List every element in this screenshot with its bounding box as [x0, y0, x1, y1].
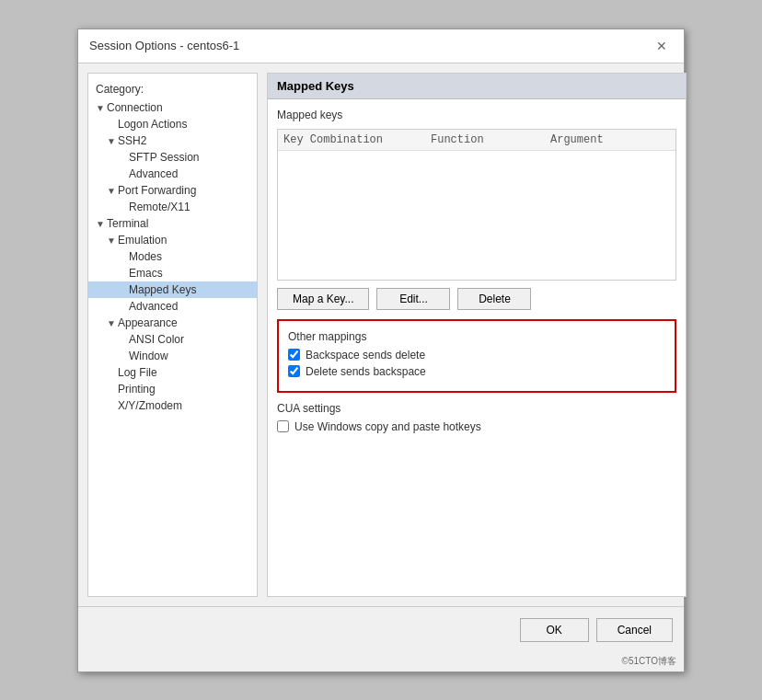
- tree-expander-placeholder: [107, 120, 118, 130]
- mapped-keys-section: Mapped keys Key Combination Function Arg…: [268, 99, 686, 319]
- tree-expander-emulation: ▼: [107, 235, 118, 246]
- tree-item-label-mapped-keys: Mapped Keys: [129, 283, 196, 296]
- col-function: Function: [431, 133, 550, 146]
- tree-item-label-modes: Modes: [129, 250, 162, 263]
- tree-item-printing[interactable]: Printing: [88, 381, 257, 397]
- content-panel: Mapped Keys Mapped keys Key Combination …: [267, 73, 687, 597]
- delete-sends-backspace-row: Delete sends backspace: [288, 365, 665, 378]
- tree-item-mapped-keys[interactable]: Mapped Keys: [88, 281, 257, 298]
- tree-expander-placeholder: [107, 401, 118, 411]
- tree-item-label-xy-zmodem: X/Y/Zmodem: [118, 399, 182, 412]
- tree-container: ▼ Connection Logon Actions▼ SSH2 SFTP Se…: [88, 99, 257, 414]
- col-argument: Argument: [550, 133, 670, 146]
- tree-item-label-logon-actions: Logon Actions: [118, 118, 187, 131]
- tree-item-window[interactable]: Window: [88, 348, 257, 364]
- tree-item-label-advanced-terminal: Advanced: [129, 300, 178, 313]
- section-header: Mapped Keys: [268, 74, 686, 99]
- tree-item-port-forwarding[interactable]: ▼ Port Forwarding: [88, 182, 257, 199]
- keys-table: Key Combination Function Argument: [277, 129, 676, 281]
- keys-table-header: Key Combination Function Argument: [278, 130, 675, 151]
- backspace-sends-delete-label: Backspace sends delete: [306, 349, 425, 361]
- backspace-sends-delete-row: Backspace sends delete: [288, 349, 665, 361]
- cancel-button[interactable]: Cancel: [596, 618, 673, 642]
- tree-expander-connection: ▼: [96, 103, 107, 113]
- delete-sends-backspace-checkbox[interactable]: [288, 365, 300, 377]
- category-label: Category:: [88, 79, 257, 99]
- footer: OK Cancel: [78, 606, 684, 653]
- buttons-row: Map a Key... Edit... Delete: [277, 288, 676, 310]
- col-key-combination: Key Combination: [283, 133, 431, 146]
- tree-expander-appearance: ▼: [107, 318, 118, 328]
- ok-button[interactable]: OK: [520, 618, 589, 642]
- tree-item-terminal[interactable]: ▼ Terminal: [88, 215, 257, 232]
- backspace-sends-delete-checkbox[interactable]: [288, 349, 300, 361]
- use-windows-hotkeys-row: Use Windows copy and paste hotkeys: [277, 420, 676, 433]
- tree-item-modes[interactable]: Modes: [88, 248, 257, 265]
- tree-item-label-connection: Connection: [107, 101, 163, 114]
- close-button[interactable]: ✕: [651, 37, 673, 55]
- tree-item-label-appearance: Appearance: [118, 316, 178, 329]
- tree-item-label-printing: Printing: [118, 383, 156, 396]
- delete-button[interactable]: Delete: [457, 288, 531, 310]
- window-title: Session Options - centos6-1: [89, 39, 239, 52]
- tree-item-ssh2[interactable]: ▼ SSH2: [88, 132, 257, 149]
- other-mappings-label: Other mappings: [288, 330, 665, 343]
- tree-item-logon-actions[interactable]: Logon Actions: [88, 116, 257, 132]
- tree-expander-placeholder: [107, 384, 118, 395]
- map-key-button[interactable]: Map a Key...: [277, 288, 369, 310]
- tree-item-label-emacs: Emacs: [129, 267, 163, 280]
- tree-expander-placeholder: [118, 302, 129, 312]
- tree-expander-placeholder: [118, 169, 129, 179]
- tree-item-xy-zmodem[interactable]: X/Y/Zmodem: [88, 397, 257, 414]
- tree-item-sftp-session[interactable]: SFTP Session: [88, 149, 257, 166]
- tree-item-ansi-color[interactable]: ANSI Color: [88, 331, 257, 348]
- tree-item-label-window: Window: [129, 350, 168, 362]
- title-bar: Session Options - centos6-1 ✕: [78, 29, 684, 63]
- tree-item-label-terminal: Terminal: [107, 217, 148, 230]
- cua-settings-label: CUA settings: [277, 402, 676, 415]
- tree-item-label-log-file: Log File: [118, 366, 157, 379]
- tree-expander-placeholder: [118, 252, 129, 262]
- session-options-window: Session Options - centos6-1 ✕ Category: …: [77, 29, 685, 672]
- tree-item-appearance[interactable]: ▼ Appearance: [88, 315, 257, 331]
- tree-item-label-advanced-ssh2: Advanced: [129, 167, 178, 180]
- tree-item-label-remote-x11: Remote/X11: [129, 201, 190, 213]
- tree-expander-placeholder: [118, 269, 129, 279]
- content-box: Mapped Keys Mapped keys Key Combination …: [267, 73, 687, 597]
- tree-expander-terminal: ▼: [96, 219, 107, 229]
- use-windows-hotkeys-checkbox[interactable]: [277, 420, 289, 432]
- tree-item-emulation[interactable]: ▼ Emulation: [88, 232, 257, 248]
- body-area: Category: ▼ Connection Logon Actions▼ SS…: [78, 63, 684, 606]
- watermark: ©51CTO博客: [78, 653, 684, 671]
- tree-expander-port-forwarding: ▼: [107, 186, 118, 196]
- tree-item-label-ssh2: SSH2: [118, 134, 146, 147]
- tree-item-label-ansi-color: ANSI Color: [129, 333, 184, 346]
- tree-item-label-port-forwarding: Port Forwarding: [118, 184, 196, 197]
- edit-button[interactable]: Edit...: [376, 288, 450, 310]
- tree-expander-placeholder: [118, 202, 129, 212]
- mapped-keys-label: Mapped keys: [277, 109, 676, 121]
- tree-item-label-emulation: Emulation: [118, 234, 167, 247]
- keys-table-body: [278, 151, 675, 280]
- tree-expander-placeholder: [107, 368, 118, 378]
- tree-item-advanced-terminal[interactable]: Advanced: [88, 298, 257, 315]
- tree-item-advanced-ssh2[interactable]: Advanced: [88, 166, 257, 182]
- tree-expander-placeholder: [118, 351, 129, 361]
- delete-sends-backspace-label: Delete sends backspace: [306, 365, 426, 378]
- tree-expander-placeholder: [118, 285, 129, 295]
- tree-expander-ssh2: ▼: [107, 136, 118, 146]
- use-windows-hotkeys-label: Use Windows copy and paste hotkeys: [294, 420, 481, 433]
- tree-item-remote-x11[interactable]: Remote/X11: [88, 199, 257, 215]
- tree-item-connection[interactable]: ▼ Connection: [88, 99, 257, 116]
- tree-expander-placeholder: [118, 335, 129, 345]
- tree-item-emacs[interactable]: Emacs: [88, 265, 257, 281]
- other-mappings-section: Other mappings Backspace sends delete De…: [277, 319, 676, 393]
- tree-item-log-file[interactable]: Log File: [88, 364, 257, 381]
- tree-expander-placeholder: [118, 153, 129, 163]
- cua-settings-section: CUA settings Use Windows copy and paste …: [268, 393, 686, 446]
- category-panel: Category: ▼ Connection Logon Actions▼ SS…: [87, 73, 258, 597]
- tree-item-label-sftp-session: SFTP Session: [129, 151, 199, 164]
